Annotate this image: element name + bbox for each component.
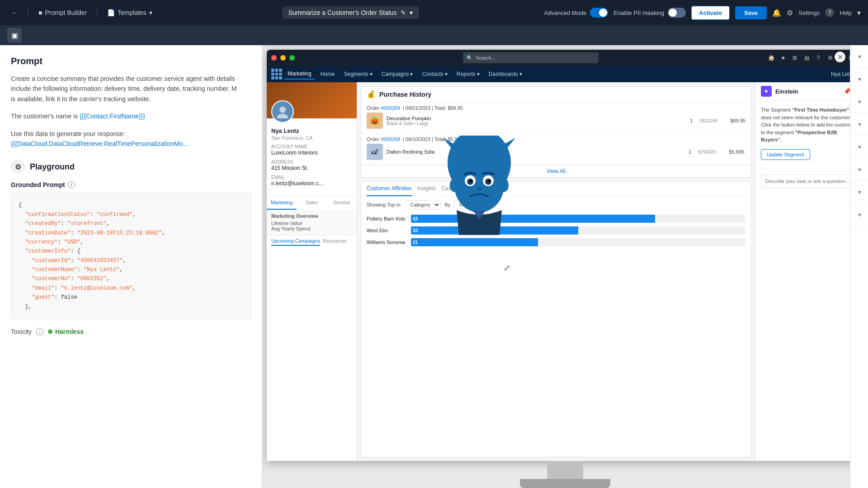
settings-icon[interactable]: ⚙ [787, 9, 793, 17]
crm-order-1-link[interactable]: #009269 [381, 105, 400, 111]
accordion-btn-5[interactable]: ▾ [850, 136, 868, 158]
collapse-panel-button[interactable]: ▣ [7, 28, 22, 42]
crm-item-1-sub: Black & Gold • Large [387, 121, 683, 126]
advanced-mode-label: Advanced Mode [544, 9, 586, 16]
crm-search-placeholder: Search... [476, 55, 495, 61]
expand-icon[interactable]: ⤢ [502, 262, 512, 274]
crm-nav-home[interactable]: Home [317, 69, 339, 79]
crm-settings-icon[interactable]: ⚙ [826, 53, 835, 62]
right-area: 🔍 Search... 🏠 ★ ⊞ ▤ ? ⚙ 🔔 N [262, 45, 868, 488]
crm-einstein-input[interactable] [761, 174, 858, 188]
crm-dot-red[interactable] [271, 55, 277, 61]
crm-tab-service[interactable]: Service [327, 196, 357, 210]
crm-help-icon[interactable]: ? [814, 53, 823, 62]
crm-update-segment-btn[interactable]: Update Segment [761, 149, 810, 160]
accordion-btn-7[interactable]: ▾ [850, 181, 868, 203]
crm-nav-marketing-label: Marketing [288, 70, 311, 77]
accordion-btn-6[interactable]: ▾ [850, 158, 868, 181]
accordion-btn-4[interactable]: ▾ [850, 113, 868, 136]
crm-aff-tab-cases[interactable]: Cases [441, 182, 457, 196]
crm-nav-marketing[interactable]: Marketing [284, 69, 315, 80]
collapse-icon: ▣ [11, 31, 18, 40]
crm-nav-campaigns[interactable]: Campaigns ▾ [378, 69, 417, 79]
advanced-mode-toggle[interactable] [590, 8, 608, 18]
crm-pumpkin-thumb: 🎃 [367, 113, 383, 129]
crm-order-2-item: 🛋 Dalton Reclining Sofa 1 8294020 $5,996… [367, 142, 745, 162]
crm-address-label: Address [271, 160, 352, 164]
crm-aff-tab-details[interactable]: Details [462, 182, 479, 196]
crm-nav-segments[interactable]: Segments ▾ [340, 69, 376, 79]
crm-home-icon[interactable]: 🏠 [767, 53, 776, 62]
crm-lifetime-value-label: Lifetime Value [271, 221, 352, 226]
code-line-11: "guest": false [19, 293, 243, 302]
pii-masking-toggle[interactable] [668, 8, 686, 18]
code-block: { "confirmationStatus": "confirmed", "cr… [11, 193, 251, 319]
crm-aff-tab-insights[interactable]: Insights [417, 182, 436, 196]
prompt-builder-button[interactable]: ■ Prompt Builder [34, 6, 91, 19]
crm-window-close-btn[interactable]: ✕ [835, 52, 845, 62]
code-line-3: "createdBy": "storefront", [19, 219, 243, 228]
crm-profile-name: Nya Lentz [271, 127, 352, 134]
crm-profile-panel: Nya Lentz San Francisco, CA Account Name… [267, 82, 357, 461]
crm-einstein-title: Einstein [775, 88, 798, 95]
bell-icon[interactable]: 🔔 [772, 9, 781, 17]
monitor-stand-neck [547, 461, 583, 479]
crm-action-tabs: Upcoming Campaigns Resources [267, 235, 357, 249]
crm-bar-row-3: Williams Sonoma 21 [361, 236, 751, 248]
crm-marketing-overview: Marketing Overview Lifetime Value Avg Ye… [267, 210, 357, 235]
crm-dot-yellow[interactable] [280, 55, 286, 61]
accordion-btn-2[interactable]: ▾ [850, 68, 868, 90]
crm-aff-tab-customer-affinities[interactable]: Customer Affinities [367, 182, 412, 196]
accordion-btn-8[interactable]: ▾ [850, 203, 868, 226]
crm-item-2-sku: 8294020 [698, 150, 725, 155]
back-button[interactable]: ← [7, 6, 23, 19]
crm-profile-account-name: Account Name LuxeLoom Interiors [271, 144, 352, 156]
crm-affinities-panel: Customer Affinities Insights Cases Detai… [361, 181, 751, 457]
crm-tab-marketing[interactable]: Marketing [267, 196, 297, 210]
code-line-9: "customerNo": "0002352", [19, 274, 243, 283]
templates-button[interactable]: 📄 Templates ▾ [103, 6, 157, 19]
crm-resources[interactable]: Resources [323, 238, 347, 246]
accordion-btn-1[interactable]: ▾ [850, 45, 868, 68]
crm-nav-reports[interactable]: Reports ▾ [453, 69, 483, 79]
crm-table-icon[interactable]: ▤ [802, 53, 811, 62]
crm-nav: Marketing Home Segments ▾ Campaigns ▾ Co… [267, 66, 863, 82]
crm-nav-dashboards[interactable]: Dashboards ▾ [485, 69, 526, 79]
crm-grid-icon[interactable]: ⊞ [790, 53, 799, 62]
prompt-builder-icon: ■ [38, 9, 42, 16]
crm-einstein-header: ✦ Einstein 📌 ✕ [755, 82, 863, 101]
crm-nav-grid-icon[interactable] [271, 69, 282, 80]
crm-email-value: n.lentz@luxeloom.c... [271, 180, 352, 187]
crm-view-time-select[interactable]: View Time [454, 200, 492, 209]
crm-category-select[interactable]: Category [405, 200, 441, 209]
prompt-name-text: The customer's name is [11, 113, 80, 120]
title-area: Summarize a Customer's Order Status ✎ ▾ [160, 6, 540, 19]
crm-tab-sales[interactable]: Sales [297, 196, 326, 210]
crm-nav-contacts[interactable]: Contacts ▾ [418, 69, 451, 79]
help-label: Help [840, 9, 852, 16]
crm-profile-header-image [267, 82, 357, 118]
help-icon[interactable]: ? [825, 8, 834, 17]
activate-button[interactable]: Activate [691, 6, 730, 20]
crm-upcoming-campaigns[interactable]: Upcoming Campaigns [271, 238, 320, 246]
crm-affinities-tabs: Customer Affinities Insights Cases Detai… [361, 182, 751, 197]
crm-item-2-qty: 1 [685, 149, 694, 155]
crm-search-bar[interactable]: 🔍 Search... [463, 52, 599, 63]
crm-bar-row-1: Pottery Barn Kids 43 [361, 213, 751, 225]
crm-showing-label: Showing Top in: [367, 202, 401, 207]
save-button[interactable]: Save [735, 6, 767, 19]
accordion-btn-3[interactable]: ▾ [850, 90, 868, 113]
crm-view-all-btn[interactable]: View All [361, 165, 751, 177]
crm-email-label: Email [271, 175, 352, 180]
crm-dot-green[interactable] [289, 55, 295, 61]
title-pill[interactable]: Summarize a Customer's Order Status ✎ ▾ [282, 6, 419, 19]
crm-star-icon[interactable]: ★ [778, 53, 788, 62]
playground-title: Playground [30, 162, 75, 172]
toxicity-label: Toxicity [11, 328, 32, 335]
crm-order-2-link[interactable]: #009268 [381, 136, 400, 142]
prompt-data-row: Use this data to generate your response:… [11, 129, 251, 149]
crm-profile-email: Email n.lentz@luxeloom.c... [271, 175, 352, 187]
harmless-badge: Harmless [48, 328, 84, 335]
crm-profile-info: Nya Lentz San Francisco, CA Account Name… [267, 118, 357, 191]
crm-window: 🔍 Search... 🏠 ★ ⊞ ▤ ? ⚙ 🔔 N [267, 50, 863, 461]
